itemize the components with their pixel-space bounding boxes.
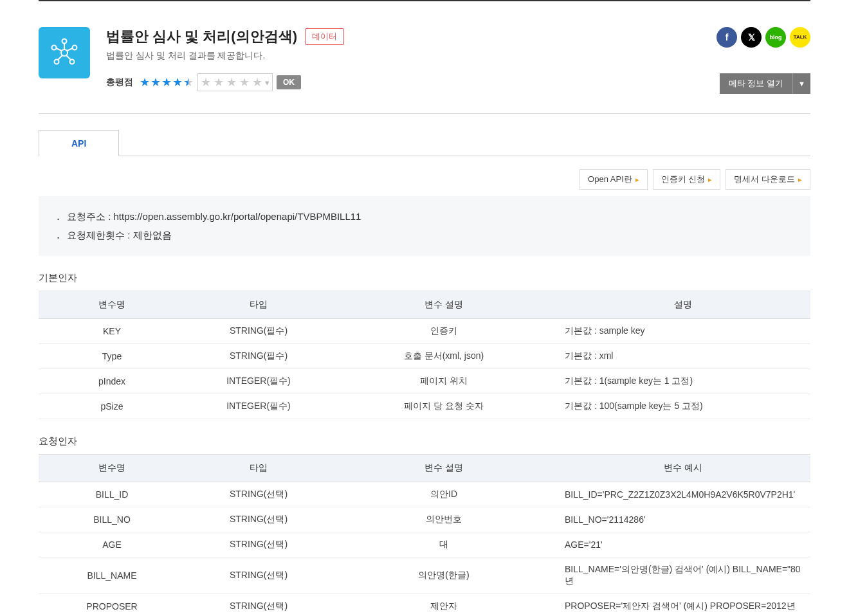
param-note: 기본값 : sample key <box>556 319 810 344</box>
param-desc: 호출 문서(xml, json) <box>332 344 556 369</box>
req-params-title: 요청인자 <box>39 435 810 448</box>
table-row: pIndexINTEGER(필수)페이지 위치기본값 : 1(sample ke… <box>39 369 810 394</box>
table-row: BILL_NOSTRING(선택)의안번호BILL_NO='2114286' <box>39 507 810 532</box>
meta-info-dropdown[interactable]: ▼ <box>792 73 810 94</box>
param-desc: 의안번호 <box>332 507 556 532</box>
param-desc: 의안ID <box>332 482 556 507</box>
param-name: BILL_NO <box>39 507 185 532</box>
page-title: 법률안 심사 및 처리(의안검색) <box>106 27 297 46</box>
chevron-down-icon: ▾ <box>265 78 269 87</box>
param-type: STRING(필수) <box>185 344 332 369</box>
req-params-table: 변수명 타입 변수 설명 변수 예시 BILL_IDSTRING(선택)의안ID… <box>39 454 810 616</box>
svg-line-7 <box>56 48 62 51</box>
data-badge: 데이터 <box>305 28 344 45</box>
basic-params-table: 변수명 타입 변수 설명 설명 KEYSTRING(필수)인증키기본값 : sa… <box>39 291 810 419</box>
param-note: 기본값 : 100(sample key는 5 고정) <box>556 394 810 419</box>
table-row: KEYSTRING(필수)인증키기본값 : sample key <box>39 319 810 344</box>
param-desc: 페이지 당 요청 숫자 <box>332 394 556 419</box>
svg-line-9 <box>58 55 62 60</box>
facebook-icon[interactable]: f <box>717 27 737 48</box>
arrow-icon: ▸ <box>708 176 712 184</box>
param-note: BILL_ID='PRC_Z2Z1Z0Z3X2L4M0H9A2V6K5R0V7P… <box>556 482 810 507</box>
param-desc: 제안자 <box>332 594 556 617</box>
param-desc: 페이지 위치 <box>332 369 556 394</box>
param-type: STRING(선택) <box>185 557 332 594</box>
arrow-icon: ▸ <box>635 176 639 184</box>
param-note: 기본값 : xml <box>556 344 810 369</box>
table-row: BILL_IDSTRING(선택)의안IDBILL_ID='PRC_Z2Z1Z0… <box>39 482 810 507</box>
kakao-icon[interactable]: TALK <box>790 27 810 48</box>
param-note: AGE='21' <box>556 532 810 557</box>
table-row: AGESTRING(선택)대AGE='21' <box>39 532 810 557</box>
ok-button[interactable]: OK <box>277 75 301 89</box>
blog-icon[interactable]: blog <box>765 27 786 48</box>
tab-api[interactable]: API <box>39 130 119 156</box>
param-name: PROPOSER <box>39 594 185 617</box>
param-desc: 인증키 <box>332 319 556 344</box>
param-name: Type <box>39 344 185 369</box>
param-type: STRING(선택) <box>185 507 332 532</box>
auth-key-link[interactable]: 인증키 신청▸ <box>653 169 721 190</box>
table-row: TypeSTRING(필수)호출 문서(xml, json)기본값 : xml <box>39 344 810 369</box>
svg-line-8 <box>67 48 73 51</box>
param-note: 기본값 : 1(sample key는 1 고정) <box>556 369 810 394</box>
table-row: PROPOSERSTRING(선택)제안자PROPOSER='제안자 검색어' … <box>39 594 810 617</box>
arrow-icon: ▸ <box>798 176 802 184</box>
param-name: AGE <box>39 532 185 557</box>
table-row: pSizeINTEGER(필수)페이지 당 요청 숫자기본값 : 100(sam… <box>39 394 810 419</box>
open-api-link[interactable]: Open API란▸ <box>580 169 648 190</box>
param-note: PROPOSER='제안자 검색어' (예시) PROPOSER=2012년 <box>556 594 810 617</box>
param-type: STRING(선택) <box>185 594 332 617</box>
rating-label: 총평점 <box>106 77 133 88</box>
param-type: STRING(선택) <box>185 532 332 557</box>
page-subtitle: 법률안 심사 및 처리 결과를 제공합니다. <box>106 50 717 62</box>
rating-stars: ★★★★★ <box>140 75 194 89</box>
param-note: BILL_NO='2114286' <box>556 507 810 532</box>
param-name: pIndex <box>39 369 185 394</box>
param-note: BILL_NAME='의안명(한글) 검색어' (예시) BILL_NAME="… <box>556 557 810 594</box>
x-twitter-icon[interactable]: 𝕏 <box>741 27 762 48</box>
param-name: BILL_NAME <box>39 557 185 594</box>
meta-info-button[interactable]: 메타 정보 열기 <box>720 73 792 94</box>
svg-point-5 <box>70 60 75 64</box>
param-type: INTEGER(필수) <box>185 394 332 419</box>
param-desc: 의안명(한글) <box>332 557 556 594</box>
app-icon <box>39 27 90 78</box>
param-type: STRING(필수) <box>185 319 332 344</box>
spec-download-link[interactable]: 명세서 다운로드▸ <box>726 169 810 190</box>
svg-line-10 <box>66 55 71 60</box>
request-url: https://open.assembly.go.kr/portal/opena… <box>114 211 361 222</box>
param-name: pSize <box>39 394 185 419</box>
svg-point-4 <box>55 60 59 64</box>
basic-params-title: 기본인자 <box>39 272 810 284</box>
param-desc: 대 <box>332 532 556 557</box>
request-limit: 제한없음 <box>133 230 172 240</box>
table-row: BILL_NAMESTRING(선택)의안명(한글)BILL_NAME='의안명… <box>39 557 810 594</box>
svg-point-2 <box>52 46 57 50</box>
rating-select[interactable]: ★★★★★ ▾ <box>197 73 273 91</box>
request-info-box: 요청주소 : https://open.assembly.go.kr/porta… <box>39 196 810 256</box>
param-type: STRING(선택) <box>185 482 332 507</box>
param-name: BILL_ID <box>39 482 185 507</box>
param-name: KEY <box>39 319 185 344</box>
param-type: INTEGER(필수) <box>185 369 332 394</box>
svg-point-3 <box>73 46 77 50</box>
svg-point-1 <box>62 39 67 44</box>
